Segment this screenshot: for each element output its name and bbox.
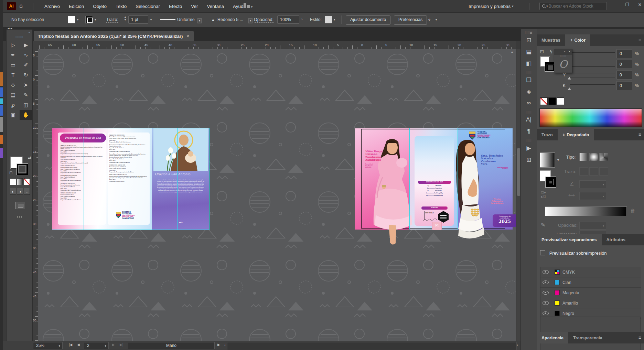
stroke-weight-value[interactable]: 1 pt (128, 15, 148, 24)
hand-tool[interactable]: ✋ (20, 110, 33, 120)
screen-mode-button[interactable] (15, 202, 25, 209)
angle-combo[interactable]: ▾ (579, 180, 606, 188)
stroke-weight-label[interactable]: Trazo: (106, 17, 118, 23)
menu-efecto[interactable]: Efecto (164, 4, 186, 9)
stroke-chevron[interactable]: ▾ (95, 18, 96, 21)
tab-muestras[interactable]: Muestras (537, 34, 565, 46)
draw-inside-button[interactable]: ◒ (24, 188, 30, 195)
gradient-slider-bar[interactable] (545, 206, 627, 216)
gradient-tool[interactable]: ▤ (7, 90, 20, 100)
default-fill-stroke-icon[interactable]: ◰ (9, 171, 12, 174)
visibility-toggle[interactable] (540, 288, 551, 298)
vertical-scrollbar-thumb[interactable] (517, 148, 520, 196)
channel-value-input[interactable]: 0 (616, 71, 632, 79)
hscroll-left-arrow[interactable]: ‹ (224, 343, 226, 347)
artboard-tool[interactable]: ▣ (7, 110, 20, 120)
vertical-scrollbar[interactable] (516, 49, 521, 341)
white-swatch[interactable] (557, 97, 564, 105)
gradient-presets-chevron[interactable]: ▼ (557, 158, 560, 162)
panel-grip[interactable]: |||||||| (7, 34, 32, 38)
floating-mini-panel[interactable]: »✕ ||||||| O (554, 49, 572, 73)
gradient-eyedropper-icon[interactable]: ✎ (541, 222, 545, 228)
links-icon[interactable]: ∞ (521, 97, 537, 109)
snap-options-icon[interactable]: ⌖ (428, 17, 431, 23)
ink-row[interactable]: CMYK (540, 267, 641, 277)
tab-color[interactable]: ⇕Color (565, 34, 590, 46)
window-maximize-button[interactable]: ❐ (621, 0, 633, 10)
scroll-up-arrow[interactable]: ▲ (510, 50, 514, 57)
draw-normal-button[interactable]: ◐ (10, 188, 16, 195)
artboard-front[interactable]: ADMINISTRACIÓN 2023 - 2027 Ing. ————— — … (355, 128, 513, 230)
search-input[interactable] (548, 3, 601, 9)
reverse-gradient-icon[interactable]: ◲▾▴◱ (541, 191, 546, 198)
opacity-value[interactable]: 100% (277, 15, 299, 24)
channel-value-input[interactable]: 0 (616, 60, 632, 69)
workspace-switcher[interactable]: Impresión y pruebas ▾ (469, 0, 514, 12)
menu-texto[interactable]: Texto (111, 4, 131, 9)
shape-builder-tool[interactable]: ◫ (20, 100, 33, 110)
panel-menu-icon[interactable]: ≡ (638, 335, 641, 340)
fill-color-swatch[interactable] (68, 16, 75, 23)
status-tool-display[interactable]: Mano (128, 342, 215, 349)
gradient-mode-button[interactable] (17, 178, 23, 185)
fill-stroke-indicator[interactable] (11, 157, 30, 176)
none-mode-button[interactable] (24, 178, 30, 185)
preferences-button[interactable]: Preferencias (394, 15, 427, 25)
menu-edicion[interactable]: Edición (64, 4, 88, 9)
fill-chevron[interactable]: ▾ (77, 18, 78, 21)
menu-archivo[interactable]: Archivo (40, 4, 64, 9)
graphic-style-swatch[interactable] (325, 16, 332, 23)
selection-tool[interactable]: ▷ (7, 40, 20, 50)
home-icon[interactable]: ⌂ (19, 2, 23, 9)
first-artboard-button[interactable]: |◀ (69, 343, 72, 347)
align-icon[interactable]: ▤ (521, 46, 537, 57)
paragraph-icon[interactable]: ¶ (521, 126, 537, 137)
stroke-box[interactable] (17, 164, 28, 175)
ink-row[interactable]: Cian (540, 277, 641, 288)
status-expand-button[interactable]: ▶ (217, 343, 220, 347)
channel-value-input[interactable]: 0 (616, 49, 632, 58)
panel-grip[interactable]: |||||| (521, 109, 537, 114)
radial-gradient-button[interactable] (589, 153, 598, 161)
next-artboard-button[interactable]: ▶ (112, 343, 115, 347)
vertical-ruler[interactable]: 505101520253035404550 (33, 49, 38, 341)
draw-behind-button[interactable]: ◑ (17, 188, 23, 195)
black-swatch[interactable] (548, 97, 556, 105)
stroke-stepper[interactable]: ▲▼ (124, 16, 127, 21)
window-minimize-button[interactable]: — (608, 0, 621, 10)
prev-artboard-button[interactable]: ◀ (77, 343, 80, 347)
channel-slider[interactable] (570, 52, 615, 56)
eraser-tool[interactable]: ◇ (7, 80, 20, 90)
free-transform-icon[interactable]: ⊡ (521, 34, 537, 46)
artboards-icon[interactable]: ❏ (521, 74, 537, 86)
artboard-number[interactable]: 2 ▾ (84, 342, 109, 349)
menu-seleccionar[interactable]: Seleccionar (131, 4, 164, 9)
brush-value[interactable]: Redondo 5 ... (217, 17, 243, 22)
visibility-toggle[interactable] (540, 277, 551, 287)
artboard-back[interactable]: Oración a San Antonio "Oh bendito San An… (52, 128, 209, 230)
adobe-stock-search[interactable]: ▾ (539, 2, 607, 10)
width-tool[interactable]: ℘ (7, 100, 20, 110)
stroke-within-button[interactable] (579, 167, 588, 176)
tab-transparencia[interactable]: Transparencia (568, 332, 607, 343)
freeform-gradient-button[interactable] (599, 153, 608, 161)
linear-gradient-button[interactable] (579, 153, 588, 161)
zoom-chevron[interactable]: ▾ (58, 343, 60, 349)
panel-menu-icon[interactable]: ≡ (638, 132, 641, 137)
tab-atributos[interactable]: Atributos (602, 234, 631, 245)
tab-close-icon[interactable]: ✕ (186, 34, 189, 39)
eyedropper-tool[interactable]: ✎ (20, 90, 33, 100)
gradient-stroke-proxy[interactable] (546, 177, 556, 187)
delete-stop-icon[interactable]: 🗑 (630, 208, 635, 214)
none-swatch[interactable] (540, 97, 548, 105)
illustrator-logo[interactable]: Ai (7, 2, 16, 10)
window-close-button[interactable]: ✕ (634, 0, 644, 10)
menu-ventana[interactable]: Ventana (202, 4, 228, 9)
zoom-level[interactable]: 25% ▾ (33, 342, 63, 349)
pen-tool[interactable]: ✒ (7, 50, 20, 60)
panel-menu-icon[interactable]: ≡ (638, 37, 641, 43)
panel-grip[interactable]: |||||| (521, 137, 537, 142)
channel-slider-thumb[interactable] (568, 77, 571, 79)
ruler-corner[interactable] (33, 41, 38, 49)
visibility-toggle[interactable] (540, 298, 551, 308)
